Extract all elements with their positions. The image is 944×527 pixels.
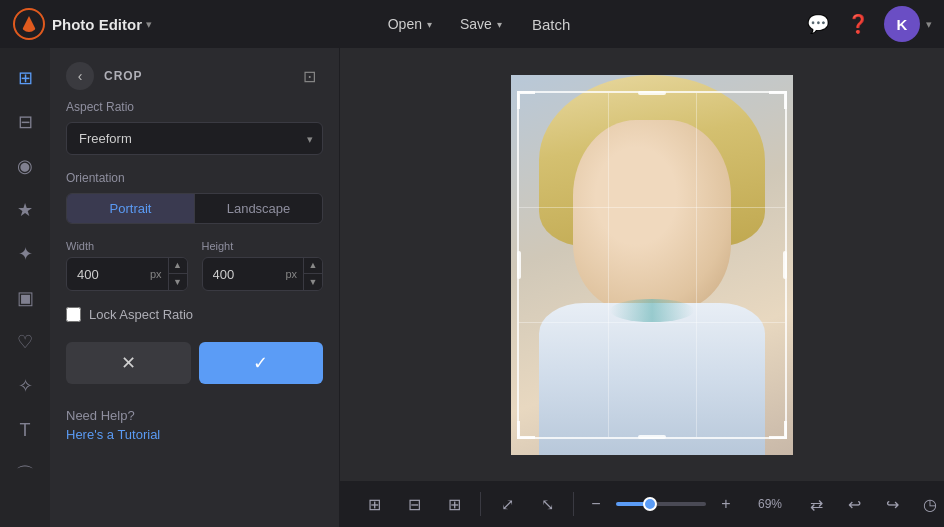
top-navigation: Photo Editor ▾ Open ▾ Save ▾ Batch 💬 ❓ K… (0, 0, 944, 48)
height-input-wrap: px ▲ ▼ (202, 257, 324, 291)
star-icon: ★ (17, 199, 33, 221)
heart-icon: ♡ (17, 331, 33, 353)
image-container (511, 75, 793, 455)
height-spin-up[interactable]: ▲ (304, 258, 322, 274)
redo-button[interactable]: ↪ (874, 486, 910, 522)
help-title: Need Help? (66, 408, 323, 423)
left-icon-bar: ⊞ ⊟ ◉ ★ ✦ ▣ ♡ ✧ T ⌒ (0, 48, 50, 527)
sidebar-item-settings[interactable]: ✧ (5, 366, 45, 406)
orientation-label: Orientation (66, 171, 323, 185)
width-spin-up[interactable]: ▲ (169, 258, 187, 274)
frames-icon: ⊟ (408, 495, 421, 514)
landscape-button[interactable]: Landscape (195, 194, 322, 223)
panel-back-button[interactable]: ‹ (66, 62, 94, 90)
bottom-toolbar: ⊞ ⊟ ⊞ ⤢ ⤡ − + (340, 481, 944, 527)
cancel-icon: ✕ (121, 352, 136, 374)
aspect-ratio-select[interactable]: Freeform 1:1 4:3 16:9 3:2 Custom (66, 122, 323, 155)
contract-icon: ⤡ (541, 495, 554, 514)
batch-button[interactable]: Batch (516, 10, 586, 39)
open-button[interactable]: Open ▾ (374, 10, 446, 38)
sidebar-item-frame[interactable]: ▣ (5, 278, 45, 318)
dimensions-row: Width px ▲ ▼ Height px (66, 240, 323, 291)
aspect-ratio-section: Aspect Ratio Freeform 1:1 4:3 16:9 3:2 C… (66, 100, 323, 155)
sidebar-item-effects[interactable]: ✦ (5, 234, 45, 274)
text-icon: T (20, 420, 31, 441)
orientation-section: Orientation Portrait Landscape (66, 171, 323, 224)
brush-icon: ⌒ (16, 462, 34, 486)
panel-clear-button[interactable]: ⊡ (295, 62, 323, 90)
flip-button[interactable]: ⇄ (798, 486, 834, 522)
contract-button[interactable]: ⤡ (529, 486, 565, 522)
layers-icon: ⊞ (368, 495, 381, 514)
cancel-button[interactable]: ✕ (66, 342, 191, 384)
expand-icon: ⤢ (501, 495, 514, 514)
sidebar-item-brush[interactable]: ⌒ (5, 454, 45, 494)
help-link[interactable]: Here's a Tutorial (66, 427, 160, 442)
height-spinners: ▲ ▼ (303, 258, 322, 290)
aspect-ratio-label: Aspect Ratio (66, 100, 323, 114)
app-logo (12, 7, 46, 41)
nav-icon-buttons: 💬 ❓ K ▾ (800, 6, 932, 42)
sidebar-item-text[interactable]: T (5, 410, 45, 450)
height-unit: px (285, 268, 303, 280)
landscape-label: Landscape (227, 201, 291, 216)
flip-icon: ⇄ (810, 495, 823, 514)
sidebar-item-stars[interactable]: ★ (5, 190, 45, 230)
height-spin-down[interactable]: ▼ (304, 274, 322, 290)
zoom-slider[interactable] (616, 502, 706, 506)
help-icon: ❓ (847, 13, 869, 35)
eye-icon: ◉ (17, 155, 33, 177)
frames-button[interactable]: ⊟ (396, 486, 432, 522)
layers-button[interactable]: ⊞ (356, 486, 392, 522)
sidebar-item-grid[interactable]: ⊞ (5, 58, 45, 98)
lock-aspect-ratio-checkbox[interactable] (66, 307, 81, 322)
logo-circle (13, 8, 45, 40)
undo-button[interactable]: ↩ (836, 486, 872, 522)
batch-label: Batch (532, 16, 570, 33)
grid-toggle-button[interactable]: ⊞ (436, 486, 472, 522)
panel-header: ‹ CROP ⊡ (50, 48, 339, 100)
body-area (539, 303, 765, 455)
zoom-out-button[interactable]: − (582, 490, 610, 518)
zoom-out-icon: − (591, 495, 600, 513)
undo-icon: ↩ (848, 495, 861, 514)
grid-icon: ⊞ (18, 67, 33, 89)
avatar-button[interactable]: K (884, 6, 920, 42)
zoom-in-button[interactable]: + (712, 490, 740, 518)
necklace-detail (610, 299, 695, 322)
back-icon: ‹ (78, 68, 83, 84)
confirm-button[interactable]: ✓ (199, 342, 324, 384)
lock-aspect-ratio-row: Lock Aspect Ratio (66, 307, 323, 322)
save-label: Save (460, 16, 492, 32)
width-spin-down[interactable]: ▼ (169, 274, 187, 290)
width-unit: px (150, 268, 168, 280)
action-buttons-row: ✕ ✓ (66, 342, 323, 384)
width-input[interactable] (67, 260, 150, 289)
expand-button[interactable]: ⤢ (489, 486, 525, 522)
tb-sep2 (573, 492, 574, 516)
avatar-letter: K (897, 16, 908, 33)
grid-toggle-icon: ⊞ (448, 495, 461, 514)
zoom-value: 69% (746, 497, 782, 511)
avatar-chevron: ▾ (926, 18, 932, 31)
app-title-chevron: ▾ (146, 18, 152, 31)
open-label: Open (388, 16, 422, 32)
portrait-button[interactable]: Portrait (67, 194, 195, 223)
orientation-group: Portrait Landscape (66, 193, 323, 224)
chat-icon: 💬 (807, 13, 829, 35)
sidebar-item-adjust[interactable]: ⊟ (5, 102, 45, 142)
chat-icon-button[interactable]: 💬 (800, 6, 836, 42)
save-button[interactable]: Save ▾ (446, 10, 516, 38)
height-input[interactable] (203, 260, 286, 289)
sidebar-item-heart[interactable]: ♡ (5, 322, 45, 362)
help-icon-button[interactable]: ❓ (840, 6, 876, 42)
sidebar-item-view[interactable]: ◉ (5, 146, 45, 186)
portrait-label: Portrait (110, 201, 152, 216)
help-section: Need Help? Here's a Tutorial (66, 408, 323, 443)
history-button[interactable]: ◷ (912, 486, 944, 522)
frame-icon: ▣ (17, 287, 34, 309)
effects-icon: ✦ (18, 243, 33, 265)
history-buttons: ⇄ ↩ ↪ ◷ (798, 486, 944, 522)
logo-inner (21, 16, 37, 32)
tb-sep1 (480, 492, 481, 516)
